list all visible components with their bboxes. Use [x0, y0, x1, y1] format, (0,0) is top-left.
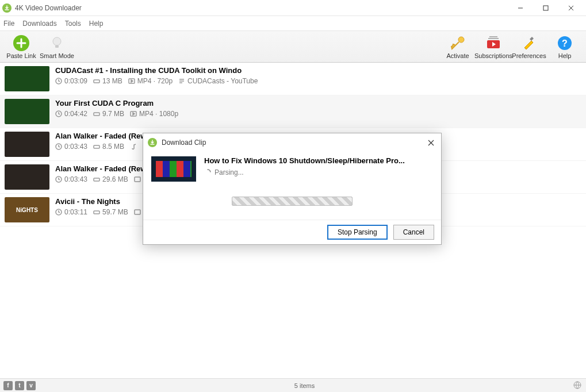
parsing-status: Parsing... [204, 168, 405, 176]
dialog-title: Download Clip [162, 139, 425, 147]
clip-thumbnail [151, 156, 196, 182]
clip-title: How to Fix Windows 10 Shutdown/Sleep/Hib… [204, 156, 405, 165]
progress-bar [232, 197, 353, 206]
download-clip-dialog: Download Clip How to Fix Windows 10 Shut… [143, 133, 442, 245]
cancel-button[interactable]: Cancel [393, 225, 434, 240]
stop-parsing-button[interactable]: Stop Parsing [327, 225, 388, 240]
spinner-icon [204, 169, 211, 176]
app-icon [148, 138, 157, 147]
modal-overlay: Download Clip How to Fix Windows 10 Shut… [0, 0, 586, 392]
dialog-close-button[interactable] [425, 137, 436, 148]
